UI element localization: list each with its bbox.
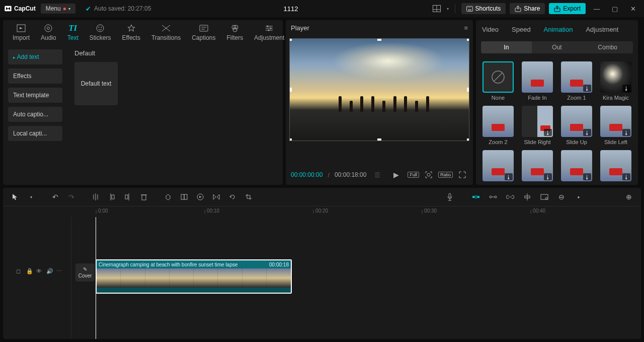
svg-rect-39 <box>142 195 146 200</box>
sidebar-item-auto-captions[interactable]: Auto captio... <box>8 107 62 122</box>
full-button[interactable]: Full <box>408 172 419 178</box>
keyboard-icon <box>466 6 473 12</box>
subtab-combo[interactable]: Combo <box>582 41 633 53</box>
text-sidebar: Add text Effects Text template Auto capt… <box>3 44 67 185</box>
marker-tool[interactable] <box>161 190 175 204</box>
anim-item-10[interactable]: ⭳ <box>559 150 594 183</box>
tab-transitions[interactable]: Transitions <box>146 23 186 41</box>
anim-item-slide-left[interactable]: ⭳Slide Left <box>599 106 633 145</box>
sidebar-item-add-text[interactable]: Add text <box>8 49 62 64</box>
svg-point-13 <box>47 27 50 30</box>
download-icon: ⭳ <box>544 129 552 136</box>
menu-button[interactable]: Menu ● ▾ <box>41 4 75 14</box>
tab-animation[interactable]: Animation <box>542 22 575 37</box>
ratio-button[interactable]: Ratio <box>438 172 453 178</box>
group-tool[interactable] <box>177 190 191 204</box>
redo-button[interactable]: ↷ <box>64 190 78 204</box>
sidebar-item-local-captions[interactable]: Local capti... <box>8 126 62 141</box>
magnet-on-icon[interactable] <box>469 190 483 204</box>
close-button[interactable]: ✕ <box>626 5 640 13</box>
fullscreen-icon[interactable] <box>457 169 468 180</box>
tab-stickers[interactable]: Stickers <box>84 23 117 41</box>
align-icon[interactable] <box>520 190 534 204</box>
split-tool[interactable] <box>89 190 103 204</box>
chevron-down-icon[interactable]: ▾ <box>447 7 449 11</box>
svg-point-22 <box>233 28 237 32</box>
app-name: CapCut <box>14 5 36 12</box>
list-icon[interactable]: ☰ <box>374 171 380 179</box>
undo-button[interactable]: ↶ <box>48 190 62 204</box>
trim-right-tool[interactable] <box>121 190 135 204</box>
snap-icon[interactable] <box>486 190 500 204</box>
subtab-out[interactable]: Out <box>532 41 583 53</box>
svg-rect-42 <box>184 194 187 199</box>
ruler-tick: 00:30 <box>422 208 437 214</box>
tab-video[interactable]: Video <box>480 22 501 37</box>
zoom-in-icon[interactable]: ⊕ <box>622 190 636 204</box>
mirror-tool[interactable] <box>209 190 223 204</box>
scan-icon[interactable] <box>423 169 434 180</box>
lock-icon[interactable]: 🔒 <box>26 267 33 275</box>
tab-adjustment[interactable]: Adjustment <box>249 23 290 41</box>
tab-filters[interactable]: Filters <box>221 23 249 41</box>
delete-tool[interactable] <box>137 190 151 204</box>
zoom-dot-icon[interactable]: ● <box>572 190 586 204</box>
crop-tool[interactable] <box>242 190 256 204</box>
timeline-tracks[interactable]: Cinemagraph camping at beach with bonfir… <box>71 217 641 339</box>
sidebar-item-text-template[interactable]: Text template <box>8 88 62 103</box>
download-icon: ⭳ <box>622 129 630 136</box>
speed-tool[interactable] <box>193 190 207 204</box>
anim-thumbnail: ⭳ <box>600 106 631 137</box>
tab-audio[interactable]: Audio <box>35 23 62 41</box>
share-button[interactable]: Share <box>510 3 545 14</box>
anim-thumbnail: ⭳ <box>600 150 631 181</box>
play-button[interactable]: ▶ <box>390 169 401 180</box>
svg-rect-8 <box>468 10 471 11</box>
timeline-ruler[interactable]: 0:0000:1000:2000:3000:40 <box>3 206 641 217</box>
default-text-preset[interactable]: Default text <box>74 62 118 105</box>
tab-import[interactable]: Import <box>7 23 35 41</box>
player-menu-icon[interactable]: ≡ <box>464 24 468 32</box>
tab-speed[interactable]: Speed <box>510 22 533 37</box>
eye-icon[interactable]: 👁 <box>36 267 43 275</box>
anim-item-slide-up[interactable]: ⭳Slide Up <box>559 106 594 145</box>
minimize-button[interactable]: — <box>590 5 604 13</box>
svg-point-14 <box>97 25 104 32</box>
anim-item-zoom-1[interactable]: ⭳Zoom 1 <box>559 61 594 101</box>
tab-text[interactable]: TIText <box>62 23 84 41</box>
anim-item-zoom-2[interactable]: Zoom 2 <box>481 106 515 145</box>
tab-effects[interactable]: Effects <box>116 23 145 41</box>
anim-item-11[interactable]: ⭳ <box>599 150 633 183</box>
tab-adjustment[interactable]: Adjustment <box>584 22 620 37</box>
mute-icon[interactable]: 🔊 <box>46 267 53 275</box>
svg-point-16 <box>101 27 102 28</box>
trim-left-tool[interactable] <box>105 190 119 204</box>
anim-item-8[interactable]: ⭳ <box>481 150 515 183</box>
video-clip[interactable]: Cinemagraph camping at beach with bonfir… <box>96 259 292 294</box>
subtab-in[interactable]: In <box>481 41 532 53</box>
player-canvas[interactable] <box>289 38 469 141</box>
anim-item-fade-in[interactable]: Fade In <box>520 61 554 101</box>
svg-rect-45 <box>472 196 474 198</box>
expand-icon[interactable]: ◻ <box>16 267 23 275</box>
layout-icon[interactable] <box>431 3 443 15</box>
anim-item-kira-magic[interactable]: ⭳Kira Magic <box>599 61 633 101</box>
sidebar-item-effects[interactable]: Effects <box>8 69 62 84</box>
zoom-out-icon[interactable]: ⊖ <box>554 190 569 204</box>
shortcuts-button[interactable]: Shortcuts <box>461 3 506 14</box>
mic-icon[interactable] <box>443 190 457 204</box>
anim-item-9[interactable]: ⭳ <box>520 150 554 183</box>
ruler-tick: 00:10 <box>204 208 219 214</box>
anim-item-slide-right[interactable]: ⭳Slide Right <box>520 106 554 145</box>
anim-item-none[interactable]: None <box>481 61 515 101</box>
anim-thumbnail: ⭳ <box>522 106 553 137</box>
maximize-button[interactable]: ▢ <box>608 5 622 13</box>
pointer-tool[interactable] <box>8 190 22 204</box>
tab-captions[interactable]: Captions <box>186 23 221 41</box>
export-button[interactable]: Export <box>549 3 586 14</box>
more-icon[interactable]: ⋯ <box>56 267 63 275</box>
pointer-dropdown[interactable]: ▾ <box>24 190 38 204</box>
link-icon[interactable] <box>503 190 517 204</box>
rotate-tool[interactable] <box>225 190 239 204</box>
preview-icon[interactable] <box>537 190 551 204</box>
